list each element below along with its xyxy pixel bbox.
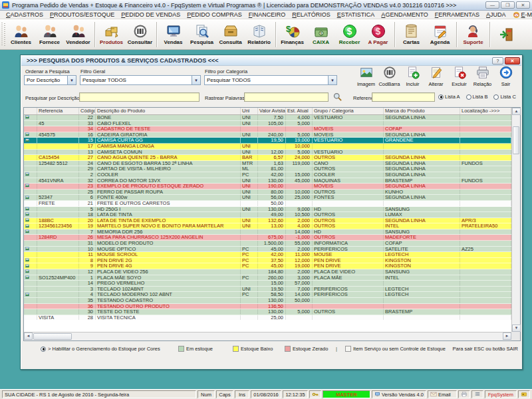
toolbar-produtos-button[interactable]: Produtos xyxy=(97,20,126,49)
close-button[interactable]: ✕ xyxy=(516,1,530,9)
action-imagem-button[interactable]: Imagem xyxy=(354,65,378,93)
radio-lista-a[interactable]: Lista A xyxy=(438,94,460,100)
action-codbarra-button[interactable]: CodBarra xyxy=(378,65,401,93)
table-row[interactable]: 523476FONTE 400wUNI56,0025,000FONTESSEGU… xyxy=(24,195,511,201)
menu-item-ferramentas[interactable]: FERRAMENTAS xyxy=(432,11,483,18)
minimize-button[interactable]: — xyxy=(485,1,499,9)
toolbar-pesquisa-button[interactable]: Pesquisa xyxy=(188,20,216,49)
row-image-cell xyxy=(24,229,37,235)
table-row[interactable]: 36TESTANDO OUTRO PRODUTO136,50 xyxy=(24,304,511,310)
order-filter-select[interactable]: Por Descrição ▼ xyxy=(24,75,76,85)
status-email[interactable]: Email xyxy=(428,390,457,398)
table-row[interactable]: 11MOUSE SCROOLPC42,0011,000MOUSELEGTECH xyxy=(24,252,511,258)
vertical-scrollbar[interactable]: ▲ ▼ xyxy=(511,108,520,332)
table-row[interactable]: 18LATA DE TINTA49,0010,500OUTROSLUMAX xyxy=(24,212,511,218)
menu-item-e-mail[interactable]: E-MAIL xyxy=(509,11,532,19)
menu-item-produtos-estoque[interactable]: PRODUTOS/ESTOQUE xyxy=(47,11,118,18)
menu-item-estatistica[interactable]: ESTATISTICA xyxy=(334,11,378,18)
toolbar-clientes-button[interactable]: Clientes xyxy=(7,20,35,49)
table-row[interactable]: 1284RD26MESA PARA CHURRASCO 125X200 ANGE… xyxy=(24,235,511,241)
menu-item-relatorios[interactable]: RELATÓRIOS xyxy=(289,11,333,18)
table-row[interactable]: 7MEMÓRIA DDR 25614,000HDSANSUNG xyxy=(24,229,511,235)
menu-item-financeiro[interactable]: FINANCEIRO xyxy=(245,11,289,18)
table-row[interactable]: 15CAMISA CURTA GG19,5019,000VESTUARIOGRA… xyxy=(24,138,511,144)
magnifier-icon[interactable] xyxy=(332,92,342,102)
toolbar-sair-button[interactable] xyxy=(492,20,521,49)
toolbar-cartas-button[interactable]: Cartas xyxy=(397,20,426,49)
menu-item-pedido-compras[interactable]: PEDIDO COMPRAS xyxy=(184,11,245,18)
table-row[interactable]: 25FERRO DE PASSAR ROUPAUNI80,0010,000OUT… xyxy=(24,190,511,196)
toolbar-vendedor-button[interactable]: Vendedor xyxy=(64,20,92,49)
toolbar-suporte-button[interactable]: Suporte xyxy=(459,20,487,49)
toolbar-financas-button[interactable]: $Finanças xyxy=(278,20,307,49)
table-row[interactable]: 9PEN DRIVE 4GPC45,0019,000PEN DRIVEKINGS… xyxy=(24,263,511,269)
reference-input[interactable] xyxy=(372,92,435,102)
toolbar-a-pagar-button[interactable]: $A Pagar xyxy=(364,20,392,49)
stock-color-toggle[interactable]: > Habilitar o Gerenciamento do Estoque p… xyxy=(41,346,160,352)
table-row[interactable]: 31MODELO DE PRODUTO1.500,0055,000INFORMA… xyxy=(24,241,511,247)
table-row[interactable]: SO12524MP4001PLACA MÃE SOYOPC260,003,000… xyxy=(24,275,511,281)
scroll-right-icon[interactable]: ► xyxy=(503,332,511,340)
table-row[interactable]: 4533CABO FLEXELUNI105,005,000 xyxy=(24,121,511,127)
toolbar-agenda-button[interactable]: Agenda xyxy=(426,20,454,49)
table-row[interactable]: 17CAMISA MANGA LONGAUNI10,000 xyxy=(24,144,511,150)
table-row[interactable]: 13CAMISETA COMUNUNI12,005,000VESTUARIO xyxy=(24,150,511,156)
horizontal-scroll-thumb[interactable] xyxy=(33,333,72,340)
action-alterar-button[interactable]: Alterar xyxy=(424,65,448,93)
action-relacao-button[interactable]: Relação xyxy=(471,65,494,93)
table-row[interactable]: 23EXEMPLO DE PRODUTO ESTOQUE ZERADOUNI19… xyxy=(24,184,511,190)
restore-button[interactable]: ❐ xyxy=(501,1,515,9)
panel-help-button[interactable]: ? xyxy=(492,57,503,65)
radio-lista-b[interactable]: Lista B xyxy=(466,94,488,100)
table-row[interactable]: CA1545427CANO AGUA QUENTE 25 - BARRABAR6… xyxy=(24,155,511,161)
menu-item-ajuda[interactable]: AJUDA xyxy=(483,11,509,18)
toolbar-vendas-button[interactable]: Vendas xyxy=(159,20,188,49)
table-row[interactable]: 12PLACA DE VIDEO 256184,802,000PLACA DE … xyxy=(24,269,511,275)
table-row[interactable]: FRETE21FRETE E OUTROS CARRETOS50,00 xyxy=(24,201,511,207)
toolbar-consultar-button[interactable]: Consultar xyxy=(126,20,154,49)
table-row[interactable]: 8PEN DRIVE 2GPC37,5012,000PEN DRIVEKINGS… xyxy=(24,258,511,264)
toolbar-separator xyxy=(156,22,157,47)
table-row[interactable]: 35TESTANDO CADASTRO130,0050,000 xyxy=(24,298,511,304)
table-row[interactable]: 14PREGO VERMELHO15,0057,000 xyxy=(24,281,511,287)
table-row[interactable]: 29CARTAO DE VISITA - MILHEIROML81,00OUTR… xyxy=(24,166,511,172)
table-row[interactable]: 188BC20LATA DE TINTA DE EXEMPLOUNI132,60… xyxy=(24,218,511,224)
radio-lista-c[interactable]: Lista C xyxy=(493,94,515,100)
search-description-input[interactable] xyxy=(79,92,200,102)
network-icon[interactable] xyxy=(471,390,483,398)
table-row[interactable]: 4541VNRA32CORREA DO MOTOR 13VXUNI130,004… xyxy=(24,178,511,184)
toolbar-caixa-button[interactable]: $CAIXA xyxy=(307,20,335,49)
table-row[interactable]: 10MOUSE OPTICOPC45,002,000PERIFÉRICOSSAT… xyxy=(24,247,511,253)
table-row[interactable]: 34CADASTRO DE TESTEMÓVEISCOFAP xyxy=(24,126,511,132)
toolbar-consulta-button[interactable]: Consulta xyxy=(216,20,245,49)
menu-item-agendamento[interactable]: AGENDAMENTO xyxy=(378,11,431,18)
printer-icon[interactable] xyxy=(458,390,470,398)
table-row[interactable]: 22BONEUNI7,504,000VESTUARIOSEGUNDA LINHA xyxy=(24,115,511,121)
horizontal-scrollbar[interactable]: ◄ ► xyxy=(24,332,511,340)
table-row[interactable]: VISITA28VISITA TECNICA25,00 xyxy=(24,315,511,321)
table-row[interactable]: 5HD 250G IUNI130,009,000HDSANSUNG xyxy=(24,207,511,213)
panel-close-button[interactable]: ✕ xyxy=(505,57,520,65)
scroll-up-icon[interactable]: ▲ xyxy=(512,108,521,115)
toolbar-receber-button[interactable]: $Receber xyxy=(335,20,364,49)
category-filter-select[interactable]: Pesquisar TODOS ▼ xyxy=(204,75,337,85)
action-sair-button[interactable]: Sair xyxy=(494,65,517,93)
table-row[interactable]: 3TECLADO 102ABNTUNI19,507,000PERIFÉRICOS… xyxy=(24,287,511,293)
menu-item-pedido-de-vendas[interactable]: PEDIDO DE VENDAS xyxy=(118,11,184,18)
table-row[interactable]: 12345612345619MARTELO SUPER NOVO E BONIT… xyxy=(24,223,511,229)
table-row[interactable]: 125482 551224CANO DE ESGOTO BARRA 150 2ª… xyxy=(24,161,511,167)
toolbar-fornece-button[interactable]: Fornece xyxy=(35,20,64,49)
menu-item-cadastros[interactable]: CADASTROS xyxy=(3,11,47,18)
table-row[interactable]: 2COOLERPC42,0015,000COOLERSEGUNDA LINHA xyxy=(24,172,511,178)
scroll-down-icon[interactable]: ▼ xyxy=(512,325,521,332)
table-row[interactable]: 30TESTE DO TESTE130,005,000OUTROSBRASTEM… xyxy=(24,309,511,315)
table-row[interactable]: 4TECLADO MODERNO 102 ABNTPC58,5014,000PE… xyxy=(24,292,511,298)
action-incluir-button[interactable]: Incluir xyxy=(401,65,424,93)
table-row[interactable]: 45457516CADEIRA GIRATORIAUNI240,005,000M… xyxy=(24,132,511,138)
general-filter-select[interactable]: Pesquisar TODOS ▼ xyxy=(80,75,201,85)
scroll-left-icon[interactable]: ◄ xyxy=(24,332,33,340)
toolbar-relatorio-button[interactable]: Relatório xyxy=(245,20,273,49)
vertical-scroll-thumb[interactable] xyxy=(513,126,519,154)
track-words-input[interactable] xyxy=(244,92,329,102)
action-excluir-button[interactable]: Excluir xyxy=(448,65,471,93)
